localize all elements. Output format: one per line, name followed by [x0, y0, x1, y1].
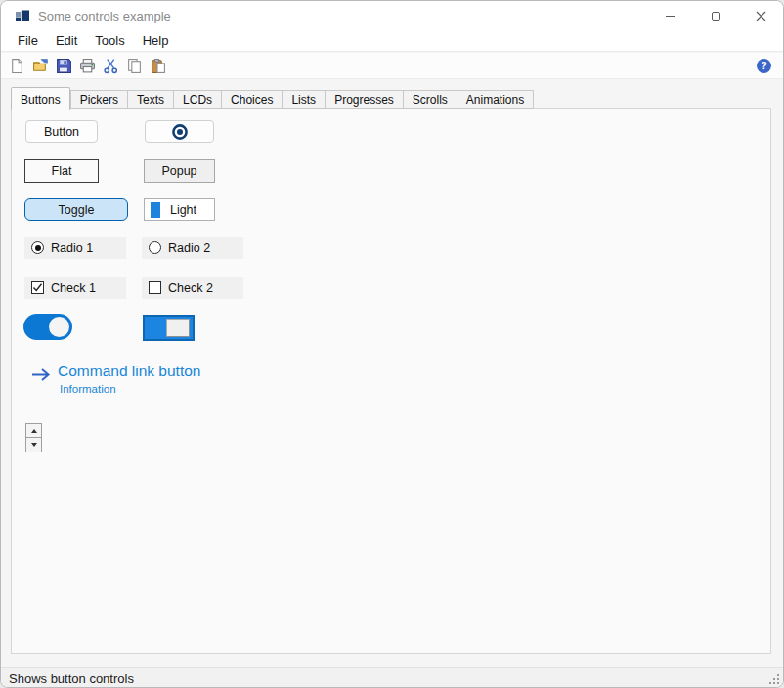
arrow-right-icon [30, 367, 52, 382]
close-button[interactable] [738, 1, 783, 30]
svg-text:?: ? [761, 60, 766, 71]
radio-1-glyph [31, 241, 44, 254]
close-icon [756, 11, 766, 22]
open-file-icon [32, 58, 49, 74]
cut-button[interactable] [100, 55, 122, 77]
tab-texts[interactable]: Texts [128, 90, 174, 109]
menu-edit[interactable]: Edit [47, 31, 86, 50]
tab-progresses[interactable]: Progresses [326, 90, 404, 109]
status-message: Shows button controls [9, 671, 134, 686]
push-button[interactable]: Button [25, 120, 98, 143]
menu-file[interactable]: File [9, 31, 47, 50]
menu-help[interactable]: Help [134, 31, 178, 50]
record-icon [171, 123, 189, 141]
copy-button[interactable] [123, 55, 146, 77]
paste-icon [150, 58, 166, 74]
icon-button[interactable] [145, 120, 214, 143]
print-button[interactable] [76, 55, 99, 77]
app-window: Some controls example File Edit Tools He… [0, 0, 784, 688]
window-title: Some controls example [38, 9, 171, 23]
check-2[interactable]: Check 2 [142, 277, 243, 299]
light-led-indicator [151, 202, 160, 218]
check-2-glyph [149, 281, 161, 294]
command-link-description: Information [60, 383, 200, 395]
arrow-down-icon [31, 443, 37, 447]
app-icon [15, 8, 30, 23]
check-1-label: Check 1 [51, 281, 96, 295]
tab-choices[interactable]: Choices [222, 90, 283, 109]
tab-buttons[interactable]: Buttons [11, 87, 70, 110]
tab-bar: Buttons Pickers Texts LCDs Choices Lists… [11, 86, 534, 109]
check-1[interactable]: Check 1 [24, 277, 126, 299]
save-file-button[interactable] [53, 55, 75, 77]
light-button[interactable]: Light [144, 198, 215, 221]
print-icon [79, 58, 96, 74]
new-file-icon [9, 58, 25, 74]
light-label: Light [160, 203, 206, 217]
square-toggle-switch[interactable] [143, 315, 195, 341]
toolbar: ? [1, 53, 783, 79]
switch-knob [166, 319, 190, 337]
maximize-button[interactable] [693, 1, 738, 30]
paste-button[interactable] [147, 55, 169, 77]
open-file-button[interactable] [29, 55, 52, 77]
command-link-button[interactable]: Command link button Information [30, 363, 284, 406]
whats-this-help-button[interactable]: ? [753, 55, 775, 77]
spin-box [25, 423, 42, 452]
command-link-title: Command link button [58, 363, 200, 380]
toggle-button[interactable]: Toggle [24, 198, 128, 221]
radio-2-glyph [149, 241, 161, 254]
status-bar: Shows button controls [1, 667, 783, 688]
radio-1-dot [35, 245, 41, 251]
new-file-button[interactable] [6, 55, 28, 77]
tab-lists[interactable]: Lists [283, 90, 326, 109]
help-icon: ? [756, 58, 772, 74]
cut-icon [103, 58, 119, 74]
copy-icon [126, 58, 143, 74]
flat-button[interactable]: Flat [24, 159, 99, 183]
save-file-icon [56, 58, 72, 74]
minimize-icon [666, 16, 675, 17]
radio-1[interactable]: Radio 1 [24, 236, 126, 259]
check-1-glyph [31, 281, 44, 294]
menu-tools[interactable]: Tools [86, 31, 133, 50]
tab-pickers[interactable]: Pickers [70, 90, 128, 109]
tab-scrolls[interactable]: Scrolls [404, 90, 457, 109]
resize-grip[interactable] [768, 673, 780, 685]
radio-1-label: Radio 1 [51, 241, 93, 255]
tab-lcds[interactable]: LCDs [174, 90, 222, 109]
round-toggle-switch[interactable] [23, 314, 72, 340]
spin-down-button[interactable] [25, 438, 42, 452]
switch-knob [49, 317, 69, 337]
titlebar[interactable]: Some controls example [1, 1, 783, 30]
radio-2[interactable]: Radio 2 [142, 236, 243, 259]
spin-up-button[interactable] [25, 423, 42, 438]
arrow-up-icon [31, 429, 37, 433]
popup-button[interactable]: Popup [144, 159, 215, 183]
check-2-label: Check 2 [168, 281, 213, 295]
checkmark-icon [32, 282, 43, 293]
tab-animations[interactable]: Animations [457, 90, 534, 109]
radio-2-label: Radio 2 [168, 241, 210, 255]
maximize-icon [712, 12, 720, 21]
menubar: File Edit Tools Help [1, 30, 783, 52]
minimize-button[interactable] [648, 1, 693, 30]
